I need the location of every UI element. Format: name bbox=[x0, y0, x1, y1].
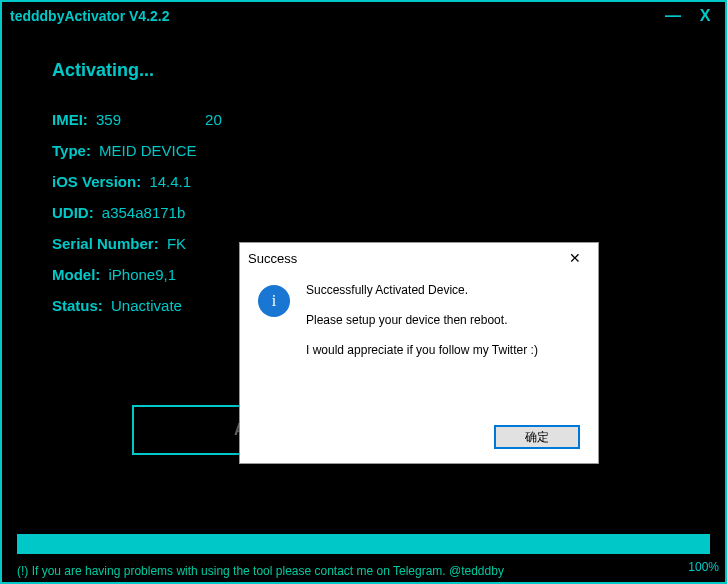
success-dialog: Success ✕ i Successfully Activated Devic… bbox=[239, 242, 599, 464]
imei-row: IMEI: 35920 bbox=[52, 111, 675, 128]
status-value: Unactivate bbox=[111, 297, 182, 314]
ios-row: iOS Version: 14.4.1 bbox=[52, 173, 675, 190]
ios-value: 14.4.1 bbox=[149, 173, 191, 190]
model-value: iPhone9,1 bbox=[109, 266, 177, 283]
udid-label: UDID: bbox=[52, 204, 94, 221]
model-label: Model: bbox=[52, 266, 100, 283]
progress-bar bbox=[17, 534, 710, 554]
status-label: Status: bbox=[52, 297, 103, 314]
udid-row: UDID: a354a8171b bbox=[52, 204, 675, 221]
window-title: tedddbyActivator V4.2.2 bbox=[10, 8, 653, 24]
titlebar: tedddbyActivator V4.2.2 — X bbox=[2, 2, 725, 30]
dialog-body: i Successfully Activated Device. Please … bbox=[240, 273, 598, 383]
ios-label: iOS Version: bbox=[52, 173, 141, 190]
dialog-titlebar: Success ✕ bbox=[240, 243, 598, 273]
serial-label: Serial Number: bbox=[52, 235, 159, 252]
dialog-title: Success bbox=[248, 251, 560, 266]
dialog-line-1: Successfully Activated Device. bbox=[306, 283, 538, 297]
imei-suffix: 20 bbox=[205, 111, 222, 128]
dialog-line-2: Please setup your device then reboot. bbox=[306, 313, 538, 327]
type-row: Type: MEID DEVICE bbox=[52, 142, 675, 159]
info-icon: i bbox=[258, 285, 290, 317]
udid-value: a354a8171b bbox=[102, 204, 185, 221]
imei-label: IMEI: bbox=[52, 111, 88, 128]
footer-message: (!) If you are having problems with usin… bbox=[17, 564, 710, 578]
type-label: Type: bbox=[52, 142, 91, 159]
dialog-footer: 确定 bbox=[494, 425, 580, 449]
close-button[interactable]: X bbox=[693, 7, 717, 25]
type-value: MEID DEVICE bbox=[99, 142, 197, 159]
imei-redacted bbox=[121, 114, 201, 128]
minimize-button[interactable]: — bbox=[661, 7, 685, 25]
serial-value: FK bbox=[167, 235, 186, 252]
ok-button[interactable]: 确定 bbox=[494, 425, 580, 449]
dialog-close-button[interactable]: ✕ bbox=[560, 250, 590, 266]
dialog-text: Successfully Activated Device. Please se… bbox=[306, 283, 538, 373]
imei-prefix: 359 bbox=[96, 111, 121, 128]
dialog-line-3: I would appreciate if you follow my Twit… bbox=[306, 343, 538, 357]
status-heading: Activating... bbox=[52, 60, 675, 81]
